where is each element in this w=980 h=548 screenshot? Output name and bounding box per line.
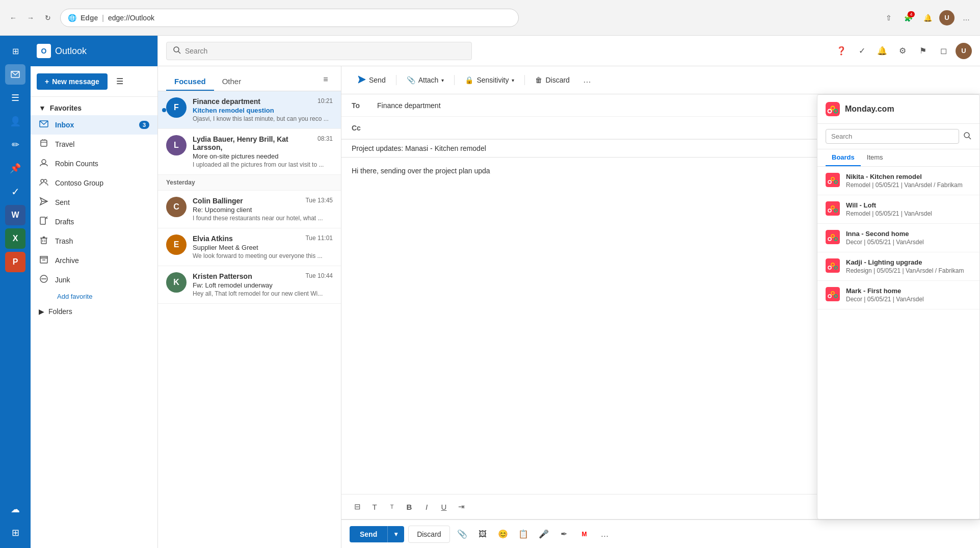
help-button[interactable]: ❓ [833, 43, 850, 59]
rail-word-button[interactable]: W [5, 205, 25, 225]
monday-item-5[interactable]: Mark - First home Decor | 05/05/21 | Van… [817, 281, 979, 309]
favorites-header[interactable]: ▼ Favorites [31, 101, 157, 115]
browser-profile-avatar[interactable]: U [939, 10, 955, 25]
sidebar-item-sent[interactable]: Sent [31, 193, 157, 212]
sidebar-item-inbox[interactable]: Inbox 3 [31, 115, 157, 135]
monday-tab-boards[interactable]: Boards [826, 149, 861, 166]
format-underline-button[interactable]: U [436, 499, 452, 514]
subject-4: Supplier Meet & Greet [193, 244, 333, 251]
svg-point-49 [834, 266, 837, 269]
signature-bottom-button[interactable]: ✒ [556, 526, 572, 542]
toolbar-more-button[interactable]: … [580, 73, 594, 87]
rail-hamburger-button[interactable]: ☰ [5, 88, 25, 108]
sensitivity-toolbar-button[interactable]: 🔒 Sensitivity ▾ [459, 73, 520, 87]
filter-button[interactable]: ≡ [319, 72, 333, 87]
discard-toolbar-button[interactable]: 🗑 Discard [529, 73, 575, 87]
hamburger-button[interactable]: ☰ [112, 73, 128, 90]
clipboard-bottom-button[interactable]: 📋 [515, 526, 532, 542]
email-content-4: Elvia Atkins Tue 11:01 Supplier Meet & G… [193, 234, 333, 259]
monday-tabs: Boards Items [817, 149, 979, 167]
back-button[interactable]: ← [6, 11, 20, 25]
sidebar-item-drafts[interactable]: Drafts [31, 212, 157, 231]
monday-item-logo-1 [826, 173, 840, 187]
content-area: ❓ ✓ 🔔 ⚙ ⚑ ◻ U Focused Other ≡ [158, 36, 980, 548]
rail-apps2-button[interactable]: ⊞ [5, 523, 25, 543]
attach-bottom-button[interactable]: 📎 [454, 526, 470, 542]
feedback-button[interactable]: ◻ [935, 43, 951, 59]
format-bold-button[interactable]: B [402, 499, 417, 514]
rail-onedrive-button[interactable]: ☁ [5, 499, 25, 519]
rail-ppt-button[interactable]: P [5, 252, 25, 272]
user-avatar[interactable]: U [956, 43, 972, 59]
monday-search-input[interactable] [826, 129, 959, 144]
refresh-button[interactable]: ↻ [41, 11, 55, 25]
sent-label: Sent [55, 198, 70, 206]
tab-focused[interactable]: Focused [166, 73, 214, 91]
folders-item[interactable]: ▶ Folders [31, 303, 157, 320]
send-label: Send [369, 76, 386, 84]
browser-notifications-button[interactable]: 🔔 [920, 10, 935, 25]
new-message-button[interactable]: + New message [37, 73, 108, 90]
email-item-4[interactable]: E Elvia Atkins Tue 11:01 Supplier Meet &… [158, 228, 341, 266]
rail-pin-button[interactable]: 📌 [5, 158, 25, 178]
sidebar-item-travel[interactable]: Travel [31, 135, 157, 154]
archive-label: Archive [55, 256, 79, 265]
monday-search-row [817, 124, 979, 149]
format-font-a-icon[interactable]: T [367, 499, 382, 514]
format-font-size-icon[interactable]: T [384, 499, 400, 514]
extensions-button[interactable]: 🧩 4 [900, 10, 916, 25]
sidebar-item-contoso[interactable]: Contoso Group [31, 173, 157, 193]
avatar-5: K [166, 272, 187, 293]
rail-apps-button[interactable]: ⊞ [5, 41, 25, 61]
sidebar-item-archive[interactable]: Archive [31, 251, 157, 270]
search-input[interactable] [185, 47, 465, 55]
format-italic-button[interactable]: I [419, 499, 434, 514]
monday-item-1[interactable]: Nikita - Kitchen remodel Remodel | 05/05… [817, 167, 979, 195]
send-button[interactable]: Send [350, 526, 387, 542]
format-list-icon[interactable]: ⊟ [350, 499, 365, 514]
rail-edit-button[interactable]: ✏ [5, 135, 25, 155]
sent-icon [39, 197, 49, 208]
sidebar-item-robin[interactable]: Robin Counts [31, 154, 157, 173]
email-item-3[interactable]: C Colin Ballinger Tue 13:45 Re: Upcoming… [158, 191, 341, 228]
sidebar-item-junk[interactable]: Junk [31, 270, 157, 290]
tab-other[interactable]: Other [214, 73, 250, 91]
monday-item-2[interactable]: Will - Loft Remodel | 05/05/21 | VanArsd… [817, 195, 979, 224]
monday-item-4[interactable]: Kadji - Lighting upgrade Redesign | 05/0… [817, 252, 979, 281]
monday-item-logo-5 [826, 287, 840, 301]
mic-bottom-button[interactable]: 🎤 [536, 526, 552, 542]
rail-excel-button[interactable]: X [5, 228, 25, 249]
image-bottom-button[interactable]: 🖼 [474, 526, 491, 542]
send-toolbar-button[interactable]: Send [352, 72, 392, 88]
forward-button[interactable]: → [23, 11, 38, 25]
check2-button[interactable]: ✓ [854, 43, 870, 59]
settings-button[interactable]: ⚙ [894, 43, 911, 59]
rail-mail-button[interactable] [5, 64, 25, 85]
format-indent-icon[interactable]: ⇥ [454, 499, 469, 514]
monday-bottom-button[interactable]: M [576, 526, 593, 542]
more-bottom-button[interactable]: … [597, 526, 613, 542]
robin-icon [39, 158, 49, 169]
flag-button[interactable]: ⚑ [915, 43, 931, 59]
monday-tab-items[interactable]: Items [861, 149, 889, 166]
sidebar-item-trash[interactable]: Trash [31, 231, 157, 251]
search-bar[interactable] [166, 42, 472, 60]
outlook-logo-box: O [37, 44, 51, 58]
email-item-5[interactable]: K Kristen Patterson Tue 10:44 Fw: Loft r… [158, 266, 341, 304]
send-dropdown-button[interactable]: ▼ [387, 526, 404, 542]
monday-item-3[interactable]: Inna - Second home Decor | 05/05/21 | Va… [817, 224, 979, 252]
email-item-1[interactable]: F Finance department 10:21 Kitchen remod… [158, 91, 341, 129]
email-header-3: Colin Ballinger Tue 13:45 [193, 197, 333, 205]
attach-toolbar-button[interactable]: 📎 Attach ▾ [401, 73, 451, 87]
address-bar[interactable]: 🌐 Edge | edge://Outlook [60, 9, 519, 27]
notifications-button[interactable]: 🔔 [874, 43, 890, 59]
rail-check-button[interactable]: ✓ [5, 181, 25, 202]
browser-more-button[interactable]: … [959, 10, 974, 25]
share-button[interactable]: ⇧ [881, 10, 896, 25]
left-nav: O Outlook + New message ☰ ▼ Favorites [31, 36, 158, 548]
rail-contacts-button[interactable]: 👤 [5, 111, 25, 132]
emoji-bottom-button[interactable]: 😊 [495, 526, 511, 542]
add-favorite-link[interactable]: Add favorite [31, 290, 157, 303]
discard-button[interactable]: Discard [408, 526, 449, 543]
email-item-2[interactable]: L Lydia Bauer, Henry Brill, Kat Larsson,… [158, 129, 341, 175]
